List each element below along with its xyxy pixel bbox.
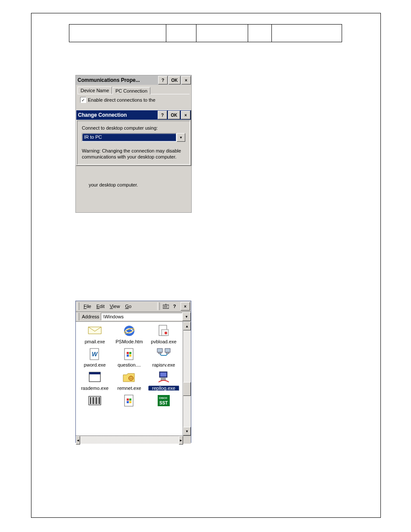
- svg-text:CISCO: CISCO: [159, 397, 167, 399]
- file-name: question....: [114, 362, 145, 367]
- file-item[interactable]: remnet.exe: [114, 370, 145, 391]
- svg-rect-31: [160, 373, 166, 376]
- file-item[interactable]: question....: [114, 347, 145, 367]
- menu-go[interactable]: Go: [122, 303, 134, 310]
- file-item[interactable]: rapisrv.exe: [148, 347, 179, 367]
- word-icon: W: [87, 347, 102, 361]
- address-bar: Address \Windows ▼: [76, 312, 191, 322]
- mail-icon: [87, 324, 102, 338]
- file-name: remnet.exe: [114, 386, 145, 391]
- file-item[interactable]: CISCOSST: [148, 393, 179, 409]
- svg-rect-15: [129, 352, 131, 354]
- file-name: pvbload.exe: [148, 339, 179, 344]
- address-label: Address: [81, 314, 100, 319]
- svg-line-24: [166, 354, 168, 355]
- enable-connections-checkbox[interactable]: ✓: [80, 97, 86, 103]
- file-name: rasdemo.exe: [79, 386, 110, 391]
- file-item[interactable]: PSMode.htm: [114, 324, 145, 344]
- folder-network-icon: [122, 370, 137, 385]
- connection-dropdown[interactable]: IR to PC ▼: [82, 133, 185, 142]
- trailing-text: your desktop computer.: [89, 182, 138, 187]
- svg-text:W: W: [92, 351, 98, 358]
- drag-handle-icon[interactable]: [77, 302, 79, 310]
- file-item[interactable]: W pword.exe: [79, 347, 110, 367]
- windows-file-icon: [122, 347, 137, 361]
- change-close-button[interactable]: ×: [181, 111, 190, 119]
- computer-sync-icon: [156, 370, 171, 385]
- tab-pc-connection[interactable]: PC Connection: [112, 87, 150, 94]
- change-title-text: Change Connection: [78, 112, 157, 118]
- warning-text: Warning: Changing the connection may dis…: [82, 148, 185, 160]
- close-button[interactable]: ×: [181, 76, 191, 84]
- help-button[interactable]: ?: [158, 76, 168, 84]
- vscroll-thumb[interactable]: [183, 382, 191, 396]
- address-field[interactable]: \Windows: [101, 313, 182, 320]
- svg-rect-0: [163, 305, 169, 308]
- scroll-up-button[interactable]: ▲: [183, 322, 191, 330]
- ie-icon: [122, 324, 137, 338]
- svg-rect-20: [159, 352, 161, 354]
- svg-point-10: [165, 332, 167, 334]
- header-table: [69, 24, 342, 42]
- cisco-sst-icon: CISCOSST: [156, 393, 171, 408]
- hscroll-track[interactable]: [80, 436, 179, 444]
- comm-titlebar[interactable]: Communications Prope... ? OK ×: [76, 75, 191, 85]
- change-titlebar[interactable]: Change Connection ? OK ×: [76, 110, 191, 120]
- file-name: PSMode.htm: [114, 339, 145, 344]
- scroll-down-button[interactable]: ▼: [183, 427, 191, 436]
- tab-device-name[interactable]: Device Name: [78, 87, 112, 94]
- file-item[interactable]: [114, 393, 145, 409]
- change-help-button[interactable]: ?: [158, 111, 167, 119]
- svg-line-23: [160, 354, 161, 355]
- svg-rect-18: [157, 348, 162, 352]
- network-pcs-icon: [156, 347, 171, 361]
- enable-connections-label: Enable direct connections to the: [88, 97, 156, 103]
- file-grid: pmail.exe PSMode.htm pvbload.exe: [76, 322, 183, 436]
- ok-button[interactable]: OK: [168, 76, 181, 84]
- svg-rect-42: [127, 398, 129, 401]
- svg-rect-17: [129, 355, 131, 357]
- dropdown-arrow-icon[interactable]: ▼: [177, 133, 185, 142]
- file-item[interactable]: rasdemo.exe: [79, 370, 110, 391]
- menu-file[interactable]: File: [81, 303, 94, 310]
- explorer-close-button[interactable]: ×: [181, 302, 190, 311]
- file-item[interactable]: [79, 393, 110, 409]
- svg-text:SST: SST: [159, 401, 168, 405]
- file-name-selected: repllog.exe: [148, 386, 179, 391]
- svg-rect-44: [127, 401, 129, 403]
- window-app-icon: [87, 370, 102, 385]
- file-name: pword.exe: [79, 362, 110, 367]
- drag-handle-2-icon[interactable]: [157, 302, 160, 310]
- keyboard-icon[interactable]: [162, 302, 170, 310]
- horizontal-scrollbar[interactable]: ◄ ►: [76, 436, 191, 444]
- communications-properties-window: Communications Prope... ? OK × Device Na…: [75, 75, 192, 213]
- vscroll-track[interactable]: [183, 330, 191, 427]
- menu-help-button[interactable]: ?: [170, 302, 179, 310]
- svg-rect-16: [127, 355, 129, 357]
- comm-title-text: Communications Prope...: [78, 77, 158, 83]
- change-ok-button[interactable]: OK: [168, 111, 180, 119]
- file-item[interactable]: pvbload.exe: [148, 324, 179, 344]
- change-connection-window: Change Connection ? OK × Connect to desk…: [76, 110, 191, 166]
- address-dropdown-arrow-icon[interactable]: ▼: [182, 312, 191, 321]
- menu-edit[interactable]: Edit: [94, 303, 107, 310]
- menu-view[interactable]: View: [107, 303, 123, 310]
- file-name: pmail.exe: [79, 339, 110, 344]
- svg-rect-14: [127, 352, 129, 354]
- file-item[interactable]: repllog.exe: [148, 370, 179, 391]
- scroll-left-button[interactable]: ◄: [76, 436, 80, 445]
- svg-rect-19: [165, 348, 170, 352]
- file-name: rapisrv.exe: [148, 362, 179, 367]
- svg-rect-21: [166, 352, 169, 354]
- barcode-icon: [87, 393, 102, 408]
- windows-file-icon-2: [122, 393, 137, 408]
- vb-exe-icon: [156, 324, 171, 338]
- connect-using-label: Connect to desktop computer using:: [82, 125, 185, 131]
- menu-bar: File Edit View Go ? ×: [76, 301, 191, 312]
- svg-rect-43: [129, 398, 131, 401]
- file-item[interactable]: pmail.exe: [79, 324, 110, 344]
- address-drag-handle-icon[interactable]: [77, 313, 79, 320]
- vertical-scrollbar[interactable]: ▲ ▼: [183, 322, 191, 436]
- scroll-corner: [183, 436, 191, 444]
- scroll-right-button[interactable]: ►: [179, 436, 183, 445]
